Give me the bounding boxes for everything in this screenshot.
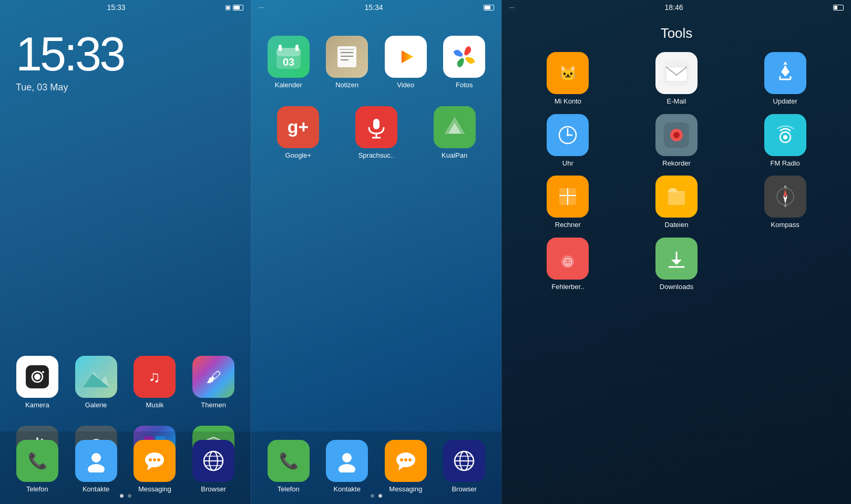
kuaipan-label: KuaiPan bbox=[442, 151, 467, 160]
svg-point-97 bbox=[783, 135, 787, 139]
app-galerie[interactable]: Galerie bbox=[69, 356, 123, 409]
status-icons-right-left: ··· bbox=[509, 4, 515, 11]
dock-browser[interactable]: Browser bbox=[187, 440, 240, 493]
themen-icon: 🖌 bbox=[192, 356, 234, 398]
app-grid-row1: Kamera Galerie ♫ Musik bbox=[0, 347, 251, 418]
mid-panel: ··· 15:34 03 Kalender bbox=[251, 0, 501, 504]
svg-text:📞: 📞 bbox=[27, 451, 47, 470]
app-dateien[interactable]: Dateien bbox=[627, 176, 727, 229]
app-fehlerbericht[interactable]: ☺ Fehlerber.. bbox=[518, 238, 618, 291]
svg-point-38 bbox=[153, 458, 156, 461]
dock-telefon[interactable]: 📞 Telefon bbox=[11, 440, 64, 493]
svg-point-57 bbox=[462, 55, 466, 59]
clock-date: Tue, 03 May bbox=[16, 82, 235, 93]
updater-icon bbox=[764, 52, 806, 94]
galerie-icon bbox=[75, 356, 117, 398]
app-notizen[interactable]: Notizen bbox=[321, 36, 374, 89]
svg-text:g+: g+ bbox=[288, 117, 309, 137]
battery-fill-mid bbox=[485, 6, 490, 9]
app-email[interactable]: E-Mail bbox=[627, 52, 727, 106]
dock-kontakte[interactable]: Kontakte bbox=[69, 440, 123, 493]
telefon2-icon: 📞 bbox=[268, 440, 310, 482]
sim-icon: ▣ bbox=[225, 4, 231, 11]
telefon-label: Telefon bbox=[26, 485, 48, 493]
svg-text:🖌: 🖌 bbox=[206, 369, 221, 385]
clock-area: 15:33 Tue, 03 May bbox=[0, 15, 251, 98]
messaging-label: Messaging bbox=[138, 485, 171, 493]
app-fotos[interactable]: Fotos bbox=[438, 36, 491, 89]
svg-point-34 bbox=[88, 464, 105, 472]
app-kalender[interactable]: 03 Kalender bbox=[262, 36, 315, 89]
dock-mid-browser[interactable]: Browser bbox=[438, 440, 491, 493]
svg-point-3 bbox=[42, 371, 44, 373]
svg-text:03: 03 bbox=[283, 56, 294, 68]
notizen-label: Notizen bbox=[335, 81, 358, 89]
musik-label: Musik bbox=[146, 401, 163, 409]
updater-label: Updater bbox=[773, 97, 797, 106]
right-panel: ··· 18:46 Tools 🐱 Mi Konto bbox=[501, 0, 851, 504]
notizen-icon bbox=[326, 36, 368, 78]
kontakte-icon bbox=[75, 440, 117, 482]
app-uhr[interactable]: Uhr bbox=[518, 114, 618, 168]
svg-point-65 bbox=[342, 453, 352, 462]
browser-icon bbox=[192, 440, 234, 482]
app-fmradio[interactable]: FM Radio bbox=[735, 114, 835, 168]
downloads-icon bbox=[655, 238, 698, 280]
dock-mid-kontakte[interactable]: Kontakte bbox=[321, 440, 374, 493]
dock-mid-telefon[interactable]: 📞 Telefon bbox=[262, 440, 315, 493]
svg-text:N: N bbox=[784, 185, 786, 189]
mid-row1: 03 Kalender Notizen bbox=[251, 15, 501, 98]
telefon2-label: Telefon bbox=[278, 485, 300, 493]
fotos-label: Fotos bbox=[456, 81, 473, 89]
mid-row2: g+ Google+ Sprachsuc.. bbox=[251, 98, 501, 168]
dock-messaging[interactable]: Messaging bbox=[128, 440, 182, 493]
dock-mid-messaging[interactable]: Messaging bbox=[379, 440, 433, 493]
rekorder-label: Rekorder bbox=[662, 159, 690, 168]
app-googleplus[interactable]: g+ Google+ bbox=[262, 106, 335, 160]
app-themen[interactable]: 🖌 Themen bbox=[187, 356, 240, 409]
kalender-icon: 03 bbox=[268, 36, 310, 78]
app-kuaipan[interactable]: KuaiPan bbox=[418, 106, 491, 160]
musik-icon: ♫ bbox=[134, 356, 176, 398]
fotos-icon bbox=[443, 36, 485, 78]
mikonto-label: Mi Konto bbox=[555, 97, 581, 106]
battery-left bbox=[233, 5, 243, 11]
svg-rect-103 bbox=[668, 192, 685, 205]
status-icons-mid-right bbox=[484, 5, 494, 11]
svg-text:S: S bbox=[784, 204, 786, 208]
email-label: E-Mail bbox=[667, 97, 686, 106]
svg-point-33 bbox=[91, 453, 101, 462]
app-musik[interactable]: ♫ Musik bbox=[128, 356, 182, 409]
kontakte2-icon bbox=[326, 440, 368, 482]
status-icons-mid-left: ··· bbox=[259, 4, 264, 11]
app-rechner[interactable]: Rechner bbox=[518, 176, 618, 229]
svg-point-69 bbox=[400, 458, 403, 461]
app-sprachsuche[interactable]: Sprachsuc.. bbox=[340, 106, 413, 160]
svg-rect-47 bbox=[279, 45, 282, 51]
dateien-icon bbox=[655, 176, 698, 218]
app-kompass[interactable]: N S Kompass bbox=[735, 176, 835, 229]
status-icons-right bbox=[833, 5, 844, 11]
sprachsuche-label: Sprachsuc.. bbox=[358, 151, 395, 160]
status-bar-left: 15:33 ▣ bbox=[0, 0, 251, 15]
galerie-label: Galerie bbox=[85, 401, 107, 409]
video-label: Video bbox=[397, 81, 414, 89]
svg-point-39 bbox=[157, 458, 160, 461]
tools-grid: 🐱 Mi Konto E-Mail bbox=[502, 47, 851, 296]
app-video[interactable]: Video bbox=[379, 36, 433, 89]
status-bar-right: ··· 18:46 bbox=[502, 0, 851, 15]
time-mid: 15:34 bbox=[364, 3, 383, 12]
fmradio-icon bbox=[764, 114, 806, 156]
app-downloads[interactable]: Downloads bbox=[627, 238, 727, 291]
status-bar-mid: ··· 15:34 bbox=[251, 0, 501, 15]
uhr-label: Uhr bbox=[562, 159, 573, 168]
signal-dots: ··· bbox=[259, 4, 264, 11]
app-mikonto[interactable]: 🐱 Mi Konto bbox=[518, 52, 618, 106]
app-updater[interactable]: Updater bbox=[735, 52, 835, 106]
email-icon bbox=[655, 52, 698, 94]
svg-text:🐱: 🐱 bbox=[559, 65, 577, 82]
kompass-label: Kompass bbox=[771, 221, 799, 229]
app-kamera[interactable]: Kamera bbox=[11, 356, 64, 409]
messaging2-label: Messaging bbox=[389, 485, 422, 493]
app-rekorder[interactable]: Rekorder bbox=[627, 114, 727, 168]
